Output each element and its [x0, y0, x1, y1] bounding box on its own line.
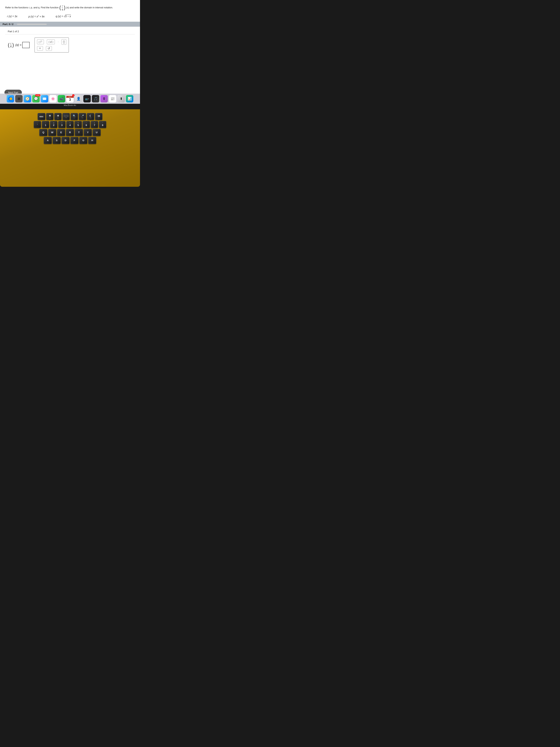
dock-icon-messages[interactable]: 💬 5,554 [32, 95, 39, 102]
problem-statement: Refer to the functions r, p, and q. Find… [5, 4, 135, 11]
key-d[interactable]: D [61, 137, 70, 144]
key-f7[interactable]: ⏮ F7 [95, 113, 102, 120]
dock: 😊 ⊞ 🧭 💬 5,554 ✉️ 🌸 📹 OCT 3 1 👤 📺 tv 🎵 🎙 … [0, 94, 140, 104]
key-8[interactable]: * 8 [99, 121, 106, 128]
math-toolbar: □⬜ □√□ · □ □ × ↺ [34, 37, 69, 53]
dock-icon-facetime[interactable]: 📹 [58, 95, 65, 102]
key-f5[interactable]: 🎤 F5 [79, 113, 86, 120]
keyboard: esc ☀ F1 ☀ F2 ⬛⬛ F3 🔍 F4 🎤 F5 ☾ F6 ⏮ F7 [0, 109, 140, 187]
part-label: Part 1 of 2 [5, 28, 135, 34]
key-u[interactable]: U [92, 129, 101, 136]
screen: Refer to the functions r, p, and q. Find… [0, 0, 140, 104]
function-r: r (x) = 3x [7, 15, 18, 18]
number-key-row: ~ ` ! 1 @ 2 # 3 $ 4 % 5 ^ 6 & 7 [2, 121, 138, 128]
part-label-text: Part 1 of 2 [8, 30, 19, 33]
key-4[interactable]: $ 4 [66, 121, 74, 128]
key-w[interactable]: W [48, 129, 56, 136]
key-7[interactable]: & 7 [91, 121, 98, 128]
key-a[interactable]: A [44, 137, 52, 144]
dock-icon-music[interactable]: 🎵 [92, 95, 99, 102]
key-q[interactable]: Q [39, 129, 47, 136]
part-header: Part: 0 / 2 [0, 22, 140, 27]
dock-icon-launchpad[interactable]: ⊞ [15, 95, 23, 102]
function-q: q (x) = √5 − x [56, 15, 71, 18]
key-f1[interactable]: ☀ F1 [46, 113, 54, 120]
fraction-notation: ( r q ) [59, 4, 65, 11]
key-g[interactable]: G [79, 137, 87, 144]
dock-icon-podcasts[interactable]: 🎙 [100, 95, 108, 102]
clear-button[interactable]: × [37, 46, 43, 51]
svg-text:😊: 😊 [9, 97, 12, 100]
dock-icon-finder[interactable]: 😊 [7, 95, 14, 102]
key-2[interactable]: @ 2 [50, 121, 57, 128]
key-f6[interactable]: ☾ F6 [87, 113, 94, 120]
answer-row: ( r q ) (x) = □⬜ □√□ [5, 34, 135, 54]
key-r[interactable]: R [66, 129, 74, 136]
function-key-row: esc ☀ F1 ☀ F2 ⬛⬛ F3 🔍 F4 🎤 F5 ☾ F6 ⏮ F7 [2, 113, 138, 120]
asdf-row: A S D F G H [2, 137, 138, 144]
answer-input[interactable] [22, 42, 30, 48]
key-y[interactable]: Y [84, 129, 92, 136]
functions-row: r (x) = 3x p (x) = x2 + 9x q (x) = √5 − … [5, 15, 135, 18]
sqrt-button[interactable]: □√□ [47, 40, 55, 44]
key-e[interactable]: E [57, 129, 65, 136]
toolbar-row-1: □⬜ □√□ · □ □ [37, 39, 66, 45]
problem-prefix: Refer to the functions r, p, and q. Find… [5, 6, 58, 9]
key-3[interactable]: # 3 [58, 121, 65, 128]
key-5[interactable]: % 5 [75, 121, 82, 128]
messages-badge: 5,554 [35, 94, 41, 96]
undo-button[interactable]: ↺ [46, 46, 52, 51]
dock-icon-safari[interactable]: 🧭 [24, 95, 31, 102]
key-f3[interactable]: ⬛⬛ F3 [62, 113, 70, 120]
fraction-button[interactable]: □ □ [61, 39, 66, 45]
dock-icon-appletv[interactable]: 📺 tv [83, 95, 91, 102]
calendar-day: 3 [69, 98, 71, 102]
superscript-button[interactable]: □⬜ [37, 40, 44, 45]
dock-icon-mail[interactable]: ✉️ [41, 95, 48, 102]
qwerty-row: Q W E R T Y U [2, 129, 138, 136]
dock-icon-calendar[interactable]: OCT 3 1 [66, 95, 74, 102]
equation-display: ( r q ) (x) = [8, 42, 30, 48]
key-s[interactable]: S [53, 137, 61, 144]
key-tilde[interactable]: ~ ` [34, 121, 41, 128]
dock-icon-charts[interactable]: 📊 [126, 95, 133, 102]
key-f4[interactable]: 🔍 F4 [71, 113, 78, 120]
dock-icon-photos[interactable]: 🌸 [49, 95, 57, 102]
key-esc[interactable]: esc [37, 113, 45, 120]
key-f2[interactable]: ☀ F2 [54, 113, 62, 120]
toolbar-row-2: × ↺ [37, 46, 66, 51]
function-p: p (x) = x2 + 9x [28, 15, 45, 18]
key-t[interactable]: T [75, 129, 83, 136]
calendar-badge: 1 [72, 94, 75, 96]
dock-icon-contacts[interactable]: 👤 [75, 95, 82, 102]
part-header-text: Part: 0 / 2 [3, 23, 14, 26]
problem-suffix: (x) and write the domain in interval not… [66, 6, 113, 9]
key-6[interactable]: ^ 6 [83, 121, 90, 128]
dock-icon-news[interactable]: 📰 [109, 95, 116, 102]
key-f[interactable]: F [70, 137, 79, 144]
key-1[interactable]: ! 1 [42, 121, 49, 128]
key-h[interactable]: H [88, 137, 96, 144]
macbook-label: MacBook Air [0, 104, 140, 106]
dock-icon-up[interactable]: ⬆ [117, 95, 125, 102]
